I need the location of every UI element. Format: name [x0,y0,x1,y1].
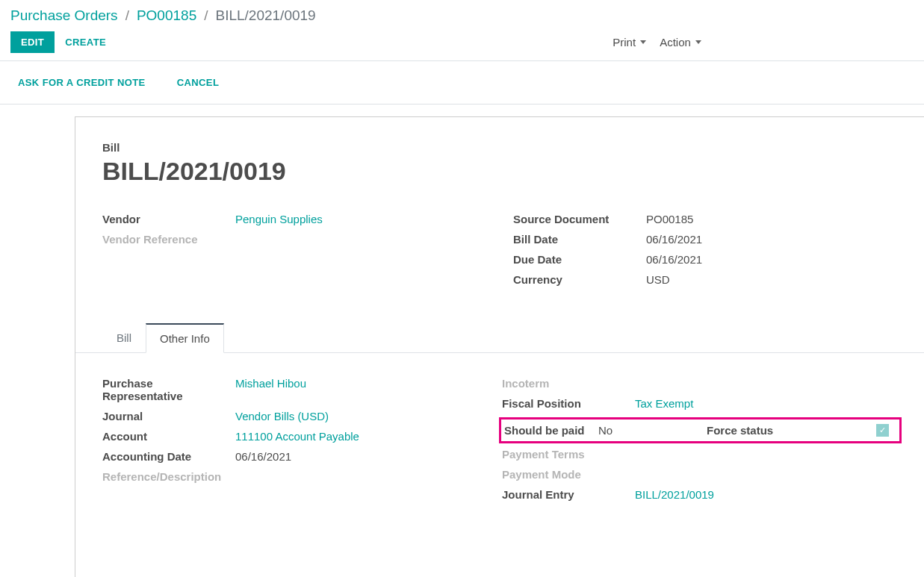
action-label: Action [660,36,691,49]
due-date-value: 06/16/2021 [646,253,702,266]
payment-terms-label: Payment Terms [502,448,635,461]
page-title: BILL/2021/0019 [102,157,924,186]
caret-down-icon [695,40,701,44]
vendor-label: Vendor [102,213,235,225]
purchase-rep-label: Purchase Representative [102,377,235,402]
payment-mode-label: Payment Mode [502,468,635,481]
form-sheet: Bill BILL/2021/0019 Vendor Penguin Suppl… [75,116,924,577]
journal-entry-value[interactable]: BILL/2021/0019 [635,488,714,501]
accounting-date-value: 06/16/2021 [235,450,291,463]
vendor-value[interactable]: Penguin Supplies [235,213,323,225]
create-button[interactable]: CREATE [55,31,117,53]
breadcrumb-sep: / [204,7,208,24]
journal-value[interactable]: Vendor Bills (USD) [235,410,329,422]
toolbar: EDIT CREATE Print Action [0,28,924,60]
source-doc-value: PO00185 [646,213,693,225]
fiscal-position-value[interactable]: Tax Exempt [635,397,693,410]
account-value[interactable]: 111100 Account Payable [235,430,359,443]
journal-label: Journal [102,410,235,422]
should-be-paid-highlight: Should be paid No Force status ✓ [499,417,902,443]
ref-desc-label: Reference/Description [102,470,221,483]
ask-credit-note-button[interactable]: ASK FOR A CREDIT NOTE [18,72,156,93]
tab-bill[interactable]: Bill [102,323,146,353]
force-status-checkbox[interactable]: ✓ [876,424,889,437]
section-label: Bill [102,141,924,154]
currency-label: Currency [513,273,646,286]
accounting-date-label: Accounting Date [102,450,235,463]
cancel-button[interactable]: CANCEL [177,72,230,93]
breadcrumb-po[interactable]: PO00185 [137,7,196,24]
print-label: Print [613,36,636,49]
breadcrumb-current: BILL/2021/0019 [215,7,315,24]
should-be-paid-value: No [598,424,613,437]
currency-value: USD [646,273,670,286]
breadcrumb: Purchase Orders / PO00185 / BILL/2021/00… [0,0,924,28]
print-dropdown[interactable]: Print [613,36,646,49]
vendor-ref-label: Vendor Reference [102,233,235,246]
breadcrumb-sep: / [125,7,129,24]
action-dropdown[interactable]: Action [660,36,701,49]
account-label: Account [102,430,235,443]
status-actionbar: ASK FOR A CREDIT NOTE CANCEL [0,60,924,105]
incoterm-label: Incoterm [502,377,635,390]
force-status-label: Force status [707,424,773,437]
tab-other-info[interactable]: Other Info [146,323,224,353]
edit-button[interactable]: EDIT [10,31,55,53]
due-date-label: Due Date [513,253,646,266]
bill-date-value: 06/16/2021 [646,233,702,246]
tabs: Bill Other Info [75,323,924,353]
check-icon: ✓ [879,425,886,435]
caret-down-icon [640,40,646,44]
bill-date-label: Bill Date [513,233,646,246]
should-be-paid-label: Should be paid [501,424,598,437]
purchase-rep-value[interactable]: Mishael Hibou [235,377,306,390]
breadcrumb-root[interactable]: Purchase Orders [10,7,118,24]
journal-entry-label: Journal Entry [502,488,635,501]
source-doc-label: Source Document [513,213,646,225]
fiscal-position-label: Fiscal Position [502,397,635,410]
